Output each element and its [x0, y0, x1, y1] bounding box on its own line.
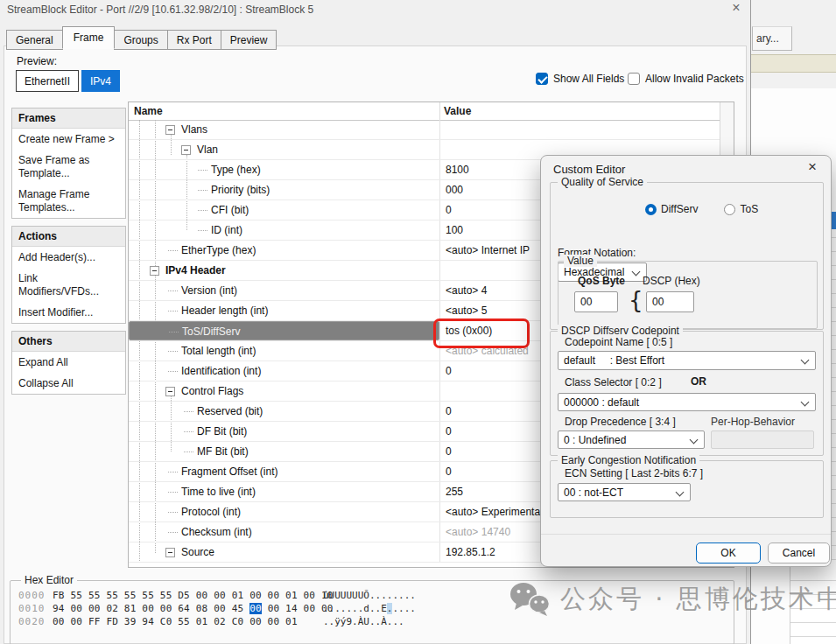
name-cell[interactable]: ID (int): [129, 220, 439, 240]
ok-button[interactable]: OK: [696, 542, 761, 564]
window-title: StreamBlock Editor - Port //2/9 [10.61.3…: [7, 4, 313, 16]
field-value: 0: [446, 445, 452, 458]
name-cell[interactable]: Vlan: [129, 140, 439, 159]
field-name: Protocol (int): [181, 506, 241, 518]
drop-precedence-label: Drop Precedence [ 3:4 ]: [565, 416, 676, 428]
tree-connector: [198, 210, 207, 211]
tree-connector: [168, 250, 178, 251]
table-row-vlans[interactable]: Vlans: [129, 120, 720, 140]
field-value: 0: [446, 204, 452, 216]
radio-selected-icon[interactable]: [645, 204, 657, 215]
drop-precedence-select[interactable]: 0 : Undefined: [558, 430, 705, 449]
name-cell[interactable]: CFI (bit): [129, 200, 439, 220]
chevron-down-icon: [690, 436, 699, 444]
sidebar-item-create-new-frame[interactable]: Create new Frame >: [12, 129, 125, 150]
codepoint-name-select[interactable]: default : Best Effort: [558, 351, 816, 370]
sidebar-item-insert-modifier[interactable]: Insert Modifier...: [12, 302, 125, 323]
name-cell[interactable]: ToS/DiffServ: [129, 321, 439, 340]
qos-byte-value: 00: [580, 296, 592, 308]
field-name: Total length (int): [181, 345, 256, 357]
field-value: 100: [446, 224, 463, 236]
hex-byte-selected[interactable]: 00: [249, 603, 262, 614]
value-cell[interactable]: [439, 120, 720, 139]
dialog-close-icon[interactable]: ×: [803, 158, 822, 176]
hex-bytes[interactable]: FB 55 55 55 55 55 55 D5 00 00 01 00 00 0…: [53, 589, 334, 602]
name-cell[interactable]: Vlans: [129, 120, 439, 139]
hex-offset: 0020: [18, 615, 46, 628]
sidebar-item-link-modifiers-vfds[interactable]: Link Modifiers/VFDs...: [12, 268, 125, 302]
checkbox-unchecked-icon[interactable]: [628, 73, 640, 85]
name-cell[interactable]: Checksum (int): [129, 522, 439, 542]
class-selector-select[interactable]: 000000 : default: [558, 393, 816, 411]
preview-header-ethernetii[interactable]: EthernetII: [16, 70, 79, 92]
name-cell[interactable]: Identification (int): [129, 361, 439, 381]
name-cell[interactable]: Reserved (bit): [129, 402, 439, 421]
cancel-button[interactable]: Cancel: [768, 542, 830, 564]
collapse-icon[interactable]: [165, 548, 175, 557]
collapse-icon[interactable]: [165, 387, 175, 396]
sidebar-item-save-frame-as-template[interactable]: Save Frame as Template...: [12, 150, 125, 184]
group-label: Early Congestion Notification: [558, 454, 699, 466]
sidebar-section-others: OthersExpand AllCollapse All: [11, 331, 126, 395]
checkbox-checked-icon[interactable]: [536, 73, 548, 85]
sidebar-item-manage-frame-templates[interactable]: Manage Frame Templates...: [12, 184, 125, 218]
tab-groups[interactable]: Groups: [114, 30, 167, 50]
background-partial-button[interactable]: ary...: [752, 26, 792, 51]
name-cell[interactable]: Fragment Offset (int): [129, 462, 439, 481]
tree-connector: [169, 332, 179, 332]
tree-connector: [168, 371, 178, 372]
allow-invalid-packets-checkbox[interactable]: Allow Invalid Packets: [628, 73, 744, 85]
field-name: CFI (bit): [211, 204, 249, 216]
name-cell[interactable]: EtherType (hex): [129, 241, 439, 260]
field-name: Vlan: [197, 144, 218, 156]
field-name: Fragment Offset (int): [181, 466, 277, 478]
radio-diffserv[interactable]: DiffServ: [645, 203, 698, 215]
sidebar-item-add-header-s[interactable]: Add Header(s)...: [12, 247, 125, 268]
hex-bytes[interactable]: 00 00 FF FD 39 94 C0 55 01 02 C0 00 00 0…: [53, 615, 298, 628]
name-cell[interactable]: Total length (int): [129, 341, 439, 360]
name-cell[interactable]: Protocol (int): [129, 502, 439, 522]
sidebar-section-title: Others: [12, 332, 125, 352]
sidebar-item-collapse-all[interactable]: Collapse All: [12, 373, 125, 394]
tab-rx-port[interactable]: Rx Port: [167, 30, 221, 50]
sidebar-section-title: Actions: [12, 227, 125, 247]
field-name: Identification (int): [181, 365, 261, 377]
preview-header-ipv4[interactable]: IPv4: [81, 70, 120, 92]
dscp-hex-value: 00: [652, 296, 664, 308]
name-cell[interactable]: DF Bit (bit): [129, 422, 439, 441]
sidebar-section-actions: ActionsAdd Header(s)...Link Modifiers/VF…: [11, 226, 126, 324]
radio-label: DiffServ: [661, 203, 698, 215]
tab-frame[interactable]: Frame: [62, 26, 116, 49]
field-name: ToS/DiffServ: [182, 326, 240, 338]
name-cell[interactable]: Header length (int): [129, 301, 439, 320]
name-cell[interactable]: Priority (bits): [129, 180, 439, 200]
collapse-icon[interactable]: [165, 125, 175, 135]
radio-tos[interactable]: ToS: [724, 203, 758, 215]
collapse-icon[interactable]: [150, 266, 159, 276]
field-name: EtherType (hex): [181, 244, 256, 256]
name-cell[interactable]: Source: [129, 542, 439, 562]
ecn-setting-select[interactable]: 00 : not-ECT: [558, 483, 691, 501]
hex-offset: 0000: [18, 589, 46, 602]
tab-preview[interactable]: Preview: [221, 30, 277, 50]
ecn-setting-value: 00 : not-ECT: [564, 486, 623, 499]
field-value: <auto> Experimental: [446, 506, 543, 518]
ascii-run: ....: [392, 603, 416, 614]
name-cell[interactable]: Control Flags: [129, 382, 439, 401]
name-cell[interactable]: MF Bit (bit): [129, 442, 439, 461]
tab-general[interactable]: General: [6, 30, 63, 50]
collapse-icon[interactable]: [181, 145, 191, 155]
class-selector-value: 000000 : default: [564, 396, 639, 409]
qos-byte-input[interactable]: 00: [574, 291, 618, 312]
name-cell[interactable]: Type (hex): [129, 160, 439, 179]
show-all-fields-checkbox[interactable]: Show All Fields: [536, 73, 624, 85]
sidebar-item-expand-all[interactable]: Expand All: [12, 352, 125, 373]
name-cell[interactable]: IPv4 Header: [129, 261, 439, 280]
name-cell[interactable]: Time to live (int): [129, 482, 439, 501]
name-cell[interactable]: Version (int): [129, 281, 439, 300]
column-header-name: Name: [134, 105, 163, 117]
dscp-hex-input[interactable]: 00: [646, 291, 694, 312]
hex-bytes[interactable]: 94 00 00 02 81 00 00 64 08 00 45 00 00 1…: [53, 602, 334, 615]
radio-unselected-icon[interactable]: [724, 204, 735, 215]
close-icon[interactable]: ×: [727, 0, 745, 16]
